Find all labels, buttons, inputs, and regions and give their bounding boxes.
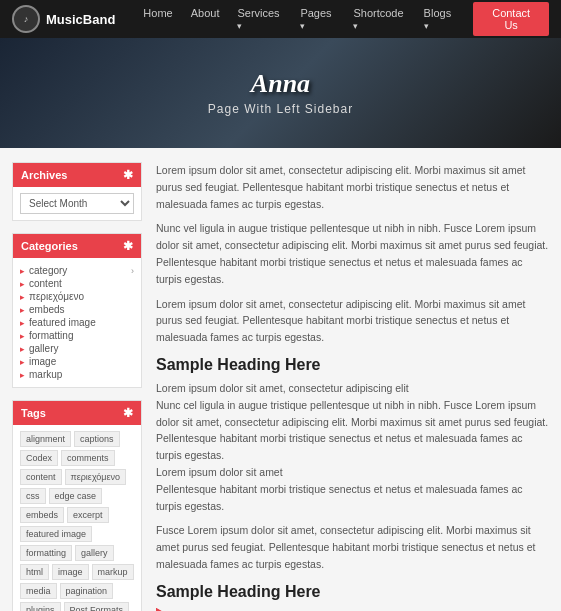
list-item-row-0: Lorem ipsum dolor sit amet, consectetur … — [156, 607, 549, 611]
tags-list: alignment captions Codex comments conten… — [20, 431, 134, 611]
category-item-0[interactable]: category › — [20, 264, 134, 277]
tag-14[interactable]: image — [52, 564, 89, 580]
para-2: Lorem ipsum dolor sit amet, consectetur … — [156, 296, 549, 346]
hero-section: Anna Page With Left Sidebar — [0, 38, 561, 148]
archives-label: Archives — [21, 169, 67, 181]
tag-12[interactable]: gallery — [75, 545, 114, 561]
category-arrow-0[interactable]: › — [131, 266, 134, 276]
tag-1[interactable]: captions — [74, 431, 120, 447]
sidebar: Archives ✱ Select Month Categories ✱ cat… — [12, 162, 142, 611]
list-section: Lorem ipsum dolor sit amet, consectetur … — [156, 607, 549, 611]
nav-services[interactable]: Services — [229, 3, 290, 35]
tag-19[interactable]: Post Formats — [64, 602, 130, 611]
tag-15[interactable]: markup — [92, 564, 134, 580]
categories-label: Categories — [21, 240, 78, 252]
archives-widget-title: Archives ✱ — [13, 163, 141, 187]
logo-text: MusicBand — [46, 12, 115, 27]
category-label-3: embeds — [29, 304, 65, 315]
heading-1: Sample Heading Here — [156, 356, 549, 374]
nav-home[interactable]: Home — [135, 3, 180, 35]
nav-pages[interactable]: Pages — [292, 3, 343, 35]
logo-icon: ♪ — [12, 5, 40, 33]
music-note-icon: ♪ — [24, 14, 29, 24]
tag-11[interactable]: formatting — [20, 545, 72, 561]
main-content: Lorem ipsum dolor sit amet, consectetur … — [142, 162, 549, 611]
categories-content: category › content περιεχόμενο embeds fe… — [13, 258, 141, 387]
tag-17[interactable]: pagination — [60, 583, 114, 599]
contact-button[interactable]: Contact Us — [473, 2, 549, 36]
tag-6[interactable]: css — [20, 488, 46, 504]
para-0: Lorem ipsum dolor sit amet, consectetur … — [156, 162, 549, 212]
tag-16[interactable]: media — [20, 583, 57, 599]
tags-content: alignment captions Codex comments conten… — [13, 425, 141, 611]
logo-area: ♪ MusicBand — [12, 5, 115, 33]
para-3: Lorem ipsum dolor sit amet, consectetur … — [156, 380, 549, 514]
nav-about[interactable]: About — [183, 3, 228, 35]
list-text-0: Lorem ipsum dolor sit amet, consectetur … — [176, 607, 429, 611]
hero-title: Anna — [208, 70, 353, 99]
header: ♪ MusicBand Home About Services Pages Sh… — [0, 0, 561, 38]
tag-9[interactable]: excerpt — [67, 507, 109, 523]
category-label-1: content — [29, 278, 62, 289]
archives-icon: ✱ — [123, 168, 133, 182]
tags-widget: Tags ✱ alignment captions Codex comments… — [12, 400, 142, 611]
tag-18[interactable]: plugins — [20, 602, 61, 611]
category-label-2: περιεχόμενο — [29, 291, 84, 302]
heading-2: Sample Heading Here — [156, 583, 549, 601]
para-4: Fusce Lorem ipsum dolor sit amet, consec… — [156, 522, 549, 572]
category-label-6: gallery — [29, 343, 58, 354]
categories-widget: Categories ✱ category › content περιεχόμ… — [12, 233, 142, 388]
main-container: Archives ✱ Select Month Categories ✱ cat… — [0, 148, 561, 611]
category-item-3[interactable]: embeds — [20, 303, 134, 316]
nav-shortcode[interactable]: Shortcode — [345, 3, 413, 35]
category-item-8[interactable]: markup — [20, 368, 134, 381]
category-label-5: formatting — [29, 330, 73, 341]
tag-0[interactable]: alignment — [20, 431, 71, 447]
categories-icon: ✱ — [123, 239, 133, 253]
tag-10[interactable]: featured image — [20, 526, 92, 542]
archives-select[interactable]: Select Month — [20, 193, 134, 214]
category-item-4[interactable]: featured image — [20, 316, 134, 329]
tags-widget-title: Tags ✱ — [13, 401, 141, 425]
hero-content: Anna Page With Left Sidebar — [208, 70, 353, 116]
tags-icon: ✱ — [123, 406, 133, 420]
tag-7[interactable]: edge case — [49, 488, 103, 504]
tag-5[interactable]: περιεχόμενο — [65, 469, 127, 485]
nav-blogs[interactable]: Blogs — [416, 3, 464, 35]
nav: Home About Services Pages Shortcode Blog… — [135, 3, 463, 35]
tag-3[interactable]: comments — [61, 450, 115, 466]
category-item-1[interactable]: content — [20, 277, 134, 290]
archives-widget: Archives ✱ Select Month — [12, 162, 142, 221]
tag-13[interactable]: html — [20, 564, 49, 580]
category-label-4: featured image — [29, 317, 96, 328]
archives-content: Select Month — [13, 187, 141, 220]
category-label-8: markup — [29, 369, 62, 380]
category-item-2[interactable]: περιεχόμενο — [20, 290, 134, 303]
hero-subtitle: Page With Left Sidebar — [208, 102, 353, 116]
tag-2[interactable]: Codex — [20, 450, 58, 466]
tag-4[interactable]: content — [20, 469, 62, 485]
category-label-7: image — [29, 356, 56, 367]
tag-8[interactable]: embeds — [20, 507, 64, 523]
category-item-6[interactable]: gallery — [20, 342, 134, 355]
category-item-7[interactable]: image — [20, 355, 134, 368]
category-label-0: category — [29, 265, 67, 276]
tags-label: Tags — [21, 407, 46, 419]
para-1: Nunc vel ligula in augue tristique pelle… — [156, 220, 549, 287]
category-item-5[interactable]: formatting — [20, 329, 134, 342]
categories-widget-title: Categories ✱ — [13, 234, 141, 258]
